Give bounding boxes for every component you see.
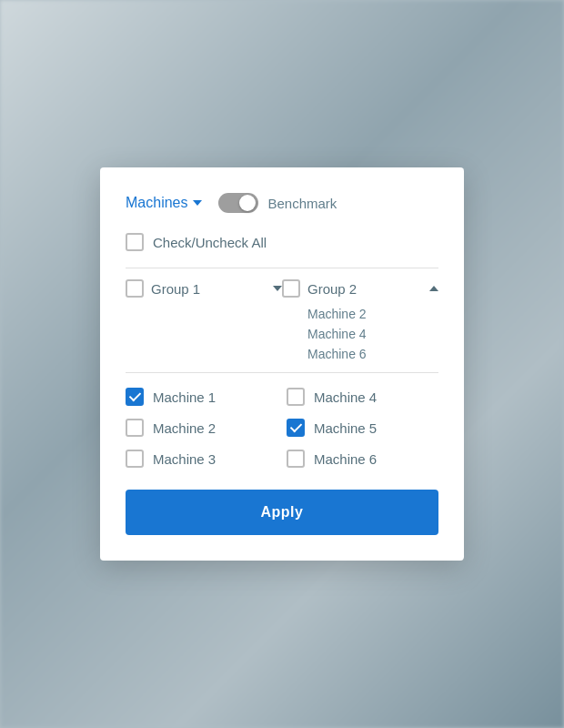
machine2-checkbox[interactable] — [126, 419, 144, 437]
group1-checkbox[interactable] — [126, 279, 144, 298]
machine-row-2[interactable]: Machine 2 — [126, 419, 277, 437]
machine-row-1[interactable]: Machine 1 — [126, 388, 277, 406]
modal-panel: Machines Benchmark Check/Uncheck All Gro… — [100, 167, 464, 561]
machine1-checkbox[interactable] — [126, 388, 144, 406]
machine-row-6[interactable]: Machine 6 — [287, 450, 438, 468]
machine2-label: Machine 2 — [153, 420, 216, 436]
group2-items: Machine 2 Machine 4 Machine 6 — [282, 307, 438, 361]
group2-column: Group 2 Machine 2 Machine 4 Machine 6 — [282, 279, 438, 361]
group1-column: Group 1 — [126, 279, 282, 298]
check-all-label: Check/Uncheck All — [153, 235, 267, 250]
group2-checkbox[interactable] — [282, 279, 300, 298]
machines-dropdown[interactable]: Machines — [126, 195, 202, 211]
machine4-checkbox[interactable] — [287, 388, 305, 406]
toggle-knob — [239, 195, 256, 211]
check-all-checkbox[interactable] — [126, 233, 144, 251]
machine6-label: Machine 6 — [314, 451, 377, 467]
benchmark-label: Benchmark — [267, 196, 337, 211]
apply-button[interactable]: Apply — [126, 490, 438, 535]
machine3-label: Machine 3 — [153, 451, 216, 467]
group2-chevron-up-icon[interactable] — [429, 286, 438, 291]
machine4-label: Machine 4 — [314, 389, 377, 405]
groups-row: Group 1 Group 2 Machine 2 Machine 4 Mach… — [126, 268, 438, 373]
group1-header[interactable]: Group 1 — [126, 279, 282, 298]
machine3-checkbox[interactable] — [126, 450, 144, 468]
header-row: Machines Benchmark — [126, 193, 438, 213]
machine1-label: Machine 1 — [153, 389, 216, 405]
machine-row-5[interactable]: Machine 5 — [287, 419, 438, 437]
benchmark-toggle[interactable] — [218, 193, 258, 213]
group2-item-machine2: Machine 2 — [307, 307, 438, 321]
group2-label: Group 2 — [307, 281, 357, 297]
machines-label: Machines — [126, 195, 187, 211]
machines-chevron-down-icon — [193, 200, 202, 206]
group2-header[interactable]: Group 2 — [282, 279, 438, 298]
group1-chevron-down-icon[interactable] — [273, 286, 282, 291]
machine-row-3[interactable]: Machine 3 — [126, 450, 277, 468]
machine5-label: Machine 5 — [314, 420, 377, 436]
check-all-row[interactable]: Check/Uncheck All — [126, 233, 438, 251]
group2-item-machine4: Machine 4 — [307, 327, 438, 341]
machines-grid: Machine 1 Machine 4 Machine 2 Machine 5 … — [126, 388, 438, 468]
machine-row-4[interactable]: Machine 4 — [287, 388, 438, 406]
benchmark-toggle-container: Benchmark — [218, 193, 337, 213]
machine5-checkbox[interactable] — [287, 419, 305, 437]
machine6-checkbox[interactable] — [287, 450, 305, 468]
group2-item-machine6: Machine 6 — [307, 347, 438, 361]
group1-label: Group 1 — [151, 281, 200, 297]
